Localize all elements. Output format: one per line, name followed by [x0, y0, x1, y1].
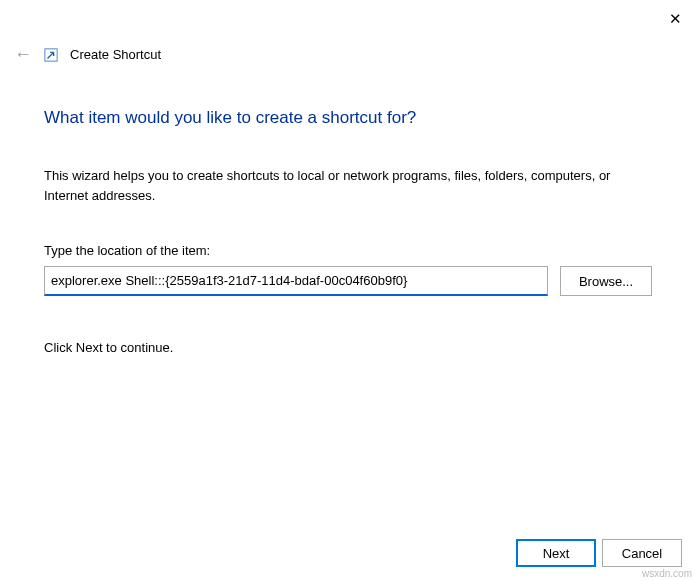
wizard-footer: Next Cancel [516, 539, 682, 567]
wizard-description: This wizard helps you to create shortcut… [44, 166, 652, 205]
shortcut-arrow-icon [44, 48, 58, 62]
watermark: wsxdn.com [642, 568, 692, 579]
location-input[interactable] [44, 266, 548, 296]
wizard-content: What item would you like to create a sho… [44, 108, 652, 355]
continue-instruction: Click Next to continue. [44, 340, 652, 355]
cancel-button[interactable]: Cancel [602, 539, 682, 567]
location-label: Type the location of the item: [44, 243, 652, 258]
next-button[interactable]: Next [516, 539, 596, 567]
browse-button[interactable]: Browse... [560, 266, 652, 296]
page-heading: What item would you like to create a sho… [44, 108, 652, 128]
location-row: Browse... [44, 266, 652, 296]
wizard-title: Create Shortcut [70, 47, 161, 62]
wizard-header: ← Create Shortcut [14, 44, 161, 65]
back-arrow-icon[interactable]: ← [14, 44, 32, 65]
close-button[interactable]: ✕ [669, 10, 682, 28]
